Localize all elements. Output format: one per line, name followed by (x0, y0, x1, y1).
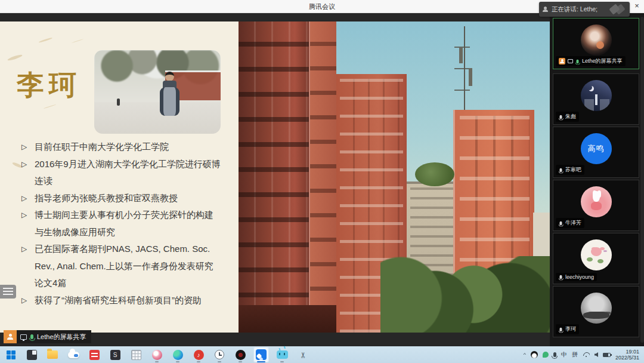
bilibili-icon[interactable] (274, 347, 290, 362)
participant-name-tag: leechiyoung (556, 273, 597, 281)
microphone-icon (560, 221, 562, 224)
system-tray: ^ 中 拼 19:01 2022/5/31 (524, 349, 644, 361)
share-label-body: Lethe的屏幕共享 (17, 330, 91, 343)
input-language-indicator[interactable]: 中 (561, 350, 567, 359)
participant-name-tag: 苏寒吧 (556, 165, 584, 175)
volume-icon[interactable] (595, 352, 598, 357)
avatar-initials: 高鸣 (588, 143, 605, 154)
microphone-tray-icon[interactable] (553, 352, 556, 357)
bullet-marker: ▷ (21, 241, 35, 292)
campus-photo (239, 21, 550, 333)
list-item: ▷ 获得了“湖南省研究生科研创新项目”的资助 (21, 292, 222, 309)
participant-tile[interactable]: 朱彪 (553, 73, 639, 125)
participant-name-tag: Lethe的屏幕共享 (556, 56, 626, 66)
screen-icon (20, 334, 27, 340)
grid-app-icon[interactable] (128, 347, 144, 362)
bullet-marker: ▷ (21, 156, 35, 190)
qq-tray-icon[interactable] (531, 351, 538, 358)
cloud-drive-icon[interactable] (66, 347, 81, 362)
task-view-icon[interactable] (24, 347, 39, 362)
participant-tile[interactable]: 李珂 (553, 286, 639, 337)
screen-icon (568, 59, 573, 63)
list-item: ▷ 已在国际著名期刊PNAS, JACS, Chem. Soc. Rev., A… (21, 241, 222, 292)
participant-name: 苏寒吧 (565, 166, 581, 174)
file-explorer-icon[interactable] (45, 347, 60, 362)
photo-tree (415, 162, 454, 186)
tencent-meeting-window: 腾讯会议 × 正在讲话: Lethe; 李珂 ▷ (0, 0, 644, 363)
avatar (581, 186, 612, 217)
avatar (581, 239, 612, 270)
person-icon (7, 334, 13, 340)
screen-recorder-icon[interactable] (233, 347, 248, 362)
tray-expand-icon[interactable]: ^ (524, 352, 526, 357)
participant-name: 李珂 (565, 325, 576, 333)
participant-name: Lethe的屏幕共享 (582, 57, 623, 65)
speaking-text: 正在讲话: Lethe; (552, 5, 597, 14)
photo-person (156, 72, 182, 131)
slide-title: 李珂 (17, 67, 81, 104)
bullet-text: 博士期间主要从事有机小分子荧光探针的构建与生物成像应用研究 (35, 207, 222, 241)
bullet-marker: ▷ (21, 292, 35, 309)
microphone-icon (560, 115, 562, 118)
tray-time: 19:01 (615, 349, 639, 355)
photo-foreground (239, 305, 336, 333)
participant-tile[interactable]: 高鸣 苏寒吧 (553, 127, 639, 178)
microphone-icon (560, 327, 562, 331)
battery-icon[interactable] (603, 353, 611, 357)
photo-trees (380, 256, 550, 333)
clock-widget-icon[interactable] (212, 347, 227, 362)
taskbar-apps: S ♪ ✂ (0, 347, 311, 362)
tencent-meeting-icon[interactable] (253, 347, 269, 362)
pink-circle-app-icon[interactable] (149, 347, 165, 362)
list-item: ▷ 目前任职于中南大学化学化工学院 (21, 139, 222, 156)
close-icon[interactable]: × (630, 0, 644, 13)
portrait-photo (94, 50, 221, 134)
red-notes-app-icon[interactable] (86, 347, 102, 362)
photo-building (309, 21, 336, 333)
share-label-text: Lethe的屏幕共享 (37, 333, 86, 342)
list-item: ▷ 2016年9月进入湖南大学化学化工学院进行硕博连读 (21, 156, 222, 190)
bullet-list: ▷ 目前任职于中南大学化学化工学院 ▷ 2016年9月进入湖南大学化学化工学院进… (21, 139, 222, 309)
windows-start-icon[interactable] (3, 347, 18, 362)
microphone-icon (577, 59, 579, 63)
list-item: ▷ 博士期间主要从事有机小分子荧光探针的构建与生物成像应用研究 (21, 207, 222, 241)
photo-walker (117, 99, 120, 106)
wifi-icon[interactable] (583, 352, 590, 358)
avatar (581, 80, 612, 111)
bullet-marker: ▷ (21, 139, 35, 156)
participant-tile[interactable]: 牛泽芳 (553, 180, 639, 231)
edge-browser-icon[interactable] (170, 347, 185, 362)
participant-name: leechiyoung (565, 274, 594, 280)
s-app-icon[interactable]: S (107, 347, 123, 362)
ime-indicator[interactable]: 拼 (572, 350, 578, 359)
bullet-text: 2016年9月进入湖南大学化学化工学院进行硕博连读 (35, 156, 222, 190)
bullet-text: 获得了“湖南省研究生科研创新项目”的资助 (35, 292, 222, 309)
tray-date: 2022/5/31 (615, 355, 639, 361)
participant-name: 朱彪 (565, 113, 576, 121)
snipping-tool-icon[interactable]: ✂ (295, 347, 311, 362)
participant-name-tag: 朱彪 (556, 112, 579, 122)
photo-building (239, 21, 309, 333)
sidebar-scrollbar[interactable] (640, 17, 644, 343)
avatar (581, 24, 612, 56)
bullet-text: 目前任职于中南大学化学化工学院 (35, 139, 222, 156)
wechat-tray-icon[interactable] (543, 352, 549, 358)
avatar (581, 293, 612, 324)
presenter-badge (4, 330, 17, 343)
avatar: 高鸣 (581, 133, 612, 164)
microphone-icon (30, 334, 33, 339)
netease-music-icon[interactable]: ♪ (191, 347, 206, 362)
taskbar-clock[interactable]: 19:01 2022/5/31 (615, 349, 639, 361)
list-item: ▷ 指导老师为张晓兵教授和宦双燕教授 (21, 190, 222, 207)
shared-screen-area: 李珂 ▷ 目前任职于中南大学化学化工学院 ▷ 2016年9月进入湖南大学化学化工… (0, 13, 550, 346)
participant-name: 牛泽芳 (565, 219, 581, 227)
slide-decoration (7, 54, 23, 61)
presenter-badge (559, 58, 565, 64)
bullet-marker: ▷ (21, 207, 35, 241)
participant-name-tag: 牛泽芳 (556, 218, 584, 228)
participant-tile[interactable]: leechiyoung (553, 233, 639, 284)
slide-menu-icon[interactable] (0, 285, 16, 299)
speaker-icon (543, 7, 548, 12)
participant-tile[interactable]: Lethe的屏幕共享 (553, 18, 639, 69)
meeting-logo-icon (611, 5, 626, 14)
